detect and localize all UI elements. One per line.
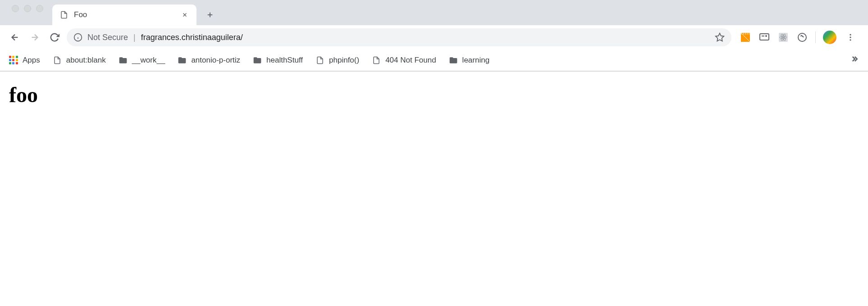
bookmark-label: antonio-p-ortiz: [191, 56, 240, 65]
url-text: fragrances.christinaaguilera/: [141, 33, 710, 42]
page-icon: [53, 56, 62, 65]
bookmark-item[interactable]: __work__: [119, 56, 165, 65]
apps-shortcut[interactable]: Apps: [9, 56, 40, 65]
bookmark-label: about:blank: [66, 56, 106, 65]
apps-label: Apps: [23, 56, 40, 65]
extension-area: [736, 31, 861, 44]
bookmark-item[interactable]: phpinfo(): [315, 56, 359, 65]
svg-point-14: [782, 36, 784, 38]
page-heading: foo: [9, 82, 859, 107]
browser-tab[interactable]: Foo: [52, 4, 196, 25]
folder-icon: [253, 56, 262, 65]
folder-icon: [449, 56, 458, 65]
folder-icon: [119, 56, 128, 65]
page-content: foo: [0, 72, 868, 118]
bookmark-item[interactable]: learning: [449, 56, 490, 65]
extension-ruler-icon[interactable]: [740, 32, 751, 43]
bookmark-star-icon[interactable]: [714, 32, 725, 43]
bookmark-label: learning: [462, 56, 490, 65]
apps-icon: [9, 56, 18, 65]
site-info-icon[interactable]: [73, 32, 83, 42]
extension-redux-icon[interactable]: [796, 32, 808, 43]
address-divider: |: [133, 33, 136, 42]
bookmark-label: healthStuff: [266, 56, 303, 65]
bookmark-label: __work__: [132, 56, 165, 65]
bookmark-item[interactable]: antonio-p-ortiz: [178, 56, 240, 65]
close-window-button[interactable]: [12, 5, 19, 12]
chrome-menu-button[interactable]: [844, 31, 857, 44]
svg-point-20: [850, 36, 851, 38]
page-icon: [315, 56, 324, 65]
bookmark-label: 404 Not Found: [385, 56, 436, 65]
maximize-window-button[interactable]: [36, 5, 43, 12]
extension-separator: [815, 32, 816, 43]
tab-strip: Foo: [0, 0, 868, 25]
reload-button[interactable]: [47, 30, 62, 45]
folder-icon: [178, 56, 187, 65]
tab-title: Foo: [74, 10, 175, 19]
svg-point-21: [850, 39, 851, 40]
minimize-window-button[interactable]: [24, 5, 31, 12]
svg-rect-11: [760, 34, 769, 40]
extension-react-icon[interactable]: [777, 32, 789, 43]
svg-marker-9: [716, 33, 724, 41]
browser-chrome: Foo: [0, 0, 868, 72]
svg-point-12: [766, 36, 767, 36]
extension-devtools-icon[interactable]: [758, 32, 770, 43]
bookmark-item[interactable]: healthStuff: [253, 56, 303, 65]
svg-point-19: [850, 34, 851, 36]
bookmarks-overflow-button[interactable]: [850, 54, 859, 66]
forward-button[interactable]: [27, 30, 42, 45]
bookmark-item[interactable]: 404 Not Found: [372, 56, 436, 65]
page-icon: [59, 10, 69, 19]
page-icon: [372, 56, 381, 65]
bookmark-label: phpinfo(): [329, 56, 359, 65]
address-bar[interactable]: Not Secure | fragrances.christinaaguiler…: [67, 28, 731, 46]
new-tab-button[interactable]: [202, 7, 218, 23]
svg-point-18: [798, 33, 806, 41]
close-tab-button[interactable]: [180, 10, 189, 19]
toolbar: Not Secure | fragrances.christinaaguiler…: [0, 25, 868, 50]
bookmark-item[interactable]: about:blank: [53, 56, 106, 65]
bookmarks-bar: Apps about:blank __work__ antonio-p-orti…: [0, 50, 868, 71]
profile-avatar[interactable]: [823, 31, 836, 44]
security-status: Not Secure: [87, 33, 128, 42]
back-button[interactable]: [7, 30, 23, 45]
window-controls: [5, 5, 52, 20]
